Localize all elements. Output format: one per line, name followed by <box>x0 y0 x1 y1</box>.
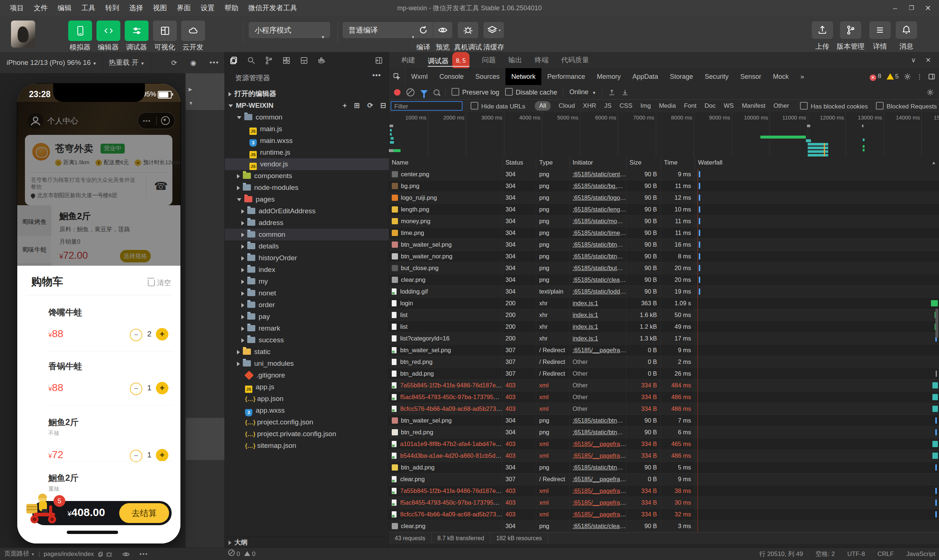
status-item[interactable]: 空格: 2 <box>816 548 835 560</box>
tree-item-main.js[interactable]: JSmain.js <box>225 123 405 135</box>
maximize-button[interactable]: ❐ <box>904 0 919 16</box>
network-request-row[interactable]: 7a55b845-1f2b-41fa-9486-76d187ee9ee1.png… <box>389 485 939 497</box>
network-request-row[interactable]: 7a55b845-1f2b-41fa-9486-76d187ee9ee1.png… <box>389 380 939 391</box>
network-request-row[interactable]: btn_red.png304png:65185/static/btn_red.p… <box>389 426 939 438</box>
collapse-folders-icon[interactable]: ⊟ <box>380 100 386 111</box>
status-item[interactable]: CRLF <box>877 548 894 560</box>
type-filter-manifest[interactable]: Manifest <box>742 102 765 109</box>
refresh-explorer-icon[interactable]: ⟳ <box>367 100 373 111</box>
type-filter-img[interactable]: Img <box>640 102 651 109</box>
tree-item-historyOrder[interactable]: historyOrder <box>225 252 405 264</box>
tree-item-node-modules[interactable]: node-modules <box>225 182 401 194</box>
消息-button[interactable] <box>896 21 917 39</box>
上传-button[interactable] <box>812 21 833 39</box>
详情-button[interactable] <box>869 21 891 39</box>
export-har-icon[interactable] <box>621 89 629 96</box>
search-network-icon[interactable] <box>433 89 439 95</box>
network-request-row[interactable]: length.png304png:65185/static/length.png… <box>389 204 939 215</box>
network-request-row[interactable]: login200xhrindex.js:1363 B1.09 s <box>389 298 939 309</box>
initiator-link[interactable]: :65185/__pageframe__/p... <box>572 499 626 506</box>
column-header-waterfall[interactable]: Waterfall▲ <box>695 157 939 169</box>
outline-section[interactable]: 大纲 <box>225 537 389 548</box>
docker-icon[interactable] <box>317 56 326 65</box>
settings-gear-icon[interactable] <box>904 73 911 80</box>
problems-indicator[interactable]: 0 0 <box>228 548 255 560</box>
throttling-select[interactable]: Online▼ <box>569 88 596 96</box>
initiator-link[interactable]: :65185/__pageframe__/p... <box>572 347 626 353</box>
tab-network[interactable]: Network <box>506 68 541 85</box>
tree-item-app.js[interactable]: JSapp.js <box>225 381 401 393</box>
版本管理-button[interactable] <box>840 21 861 39</box>
type-filter-css[interactable]: CSS <box>620 102 632 109</box>
network-request-row[interactable]: list200xhrindex.js:11.6 kB50 ms <box>389 309 939 321</box>
云开发-button[interactable] <box>181 20 205 41</box>
network-request-row[interactable]: list200xhrindex.js:11.2 kB49 ms <box>389 321 939 333</box>
可视化-button[interactable] <box>153 20 177 41</box>
record-network-icon[interactable] <box>394 89 401 95</box>
record-icon[interactable]: ◉ <box>190 58 197 67</box>
network-request-row[interactable]: a101a1e9-8f8b-47b2-afa4-1abd47ea0a87.png… <box>389 438 939 450</box>
tab-performance[interactable]: Performance <box>541 68 591 85</box>
tree-item-details[interactable]: details <box>225 240 405 252</box>
checkout-button[interactable]: 去结算 <box>119 503 169 523</box>
network-request-row[interactable]: 8cfcc576-4b66-4a09-ac68-ad5b273c2590.png… <box>389 403 939 415</box>
current-page-path[interactable]: pages/index/index <box>44 548 94 560</box>
network-request-row[interactable]: time.png304png:65185/static/time.png90 B… <box>389 227 939 239</box>
device-select[interactable]: iPhone 12/13 (Pro) 96% 16 ▼ <box>6 58 97 67</box>
network-request-row[interactable]: btn_waiter_sel.png307/ Redirect:65185/__… <box>389 345 939 356</box>
tab-storage[interactable]: Storage <box>664 68 699 85</box>
expand-panel-icon[interactable]: ▶ <box>188 86 192 92</box>
compile-mode-select[interactable]: 普通编译 ▼ <box>342 22 419 38</box>
close-devtools-icon[interactable]: ✕ <box>925 56 931 64</box>
more-options-icon[interactable]: ••• <box>210 58 219 67</box>
menu-item-界面[interactable]: 界面 <box>177 3 191 13</box>
initiator-link[interactable]: :65185/static/bg.png <box>572 183 626 189</box>
tree-item-project.config.json[interactable]: {…}project.config.json <box>225 416 401 428</box>
editor-status-items[interactable]: 行 20510, 列 49空格: 2UTF-8CRLFJavaScript <box>759 548 935 560</box>
tree-item-address[interactable]: address <box>225 217 405 229</box>
menu-item-视图[interactable]: 视图 <box>153 3 167 13</box>
type-filter-doc[interactable]: Doc <box>705 102 715 109</box>
git-branch-icon[interactable] <box>264 56 273 65</box>
collapse-sidebar-icon[interactable] <box>375 56 383 65</box>
tree-item-app.json[interactable]: {…}app.json <box>225 393 401 405</box>
hide-data-urls-checkbox[interactable]: Hide data URLs <box>470 102 525 110</box>
initiator-link[interactable]: :65185/__pageframe__/p... <box>572 476 626 482</box>
clear-network-icon[interactable] <box>406 88 415 96</box>
initiator-link[interactable]: index.js:1 <box>572 312 598 318</box>
search-icon[interactable] <box>247 56 256 65</box>
模拟器-button[interactable] <box>68 20 92 41</box>
collapse-devtools-icon[interactable]: ∨ <box>911 56 916 64</box>
panel-tab-构建[interactable]: 构建 <box>401 52 415 68</box>
network-request-row[interactable]: btn_red.png307/ RedirectOther0 B2 ms <box>389 356 939 368</box>
disable-cache-checkbox[interactable]: Disable cache <box>505 88 557 96</box>
tree-item-uni_modules[interactable]: uni_modules <box>225 358 401 369</box>
import-har-icon[interactable] <box>608 89 615 96</box>
files-icon[interactable] <box>229 56 238 65</box>
filter-input[interactable]: Filter <box>391 101 463 111</box>
increase-qty-button[interactable]: + <box>156 449 168 462</box>
network-request-row[interactable]: f5ac8455-4793-450c-97ba-173795c34626.png… <box>389 391 939 403</box>
tree-item-pages[interactable]: pages <box>225 194 401 205</box>
tree-item-success[interactable]: success <box>225 334 405 346</box>
initiator-link[interactable]: :65185/static/center.png <box>572 171 626 177</box>
清缓存-button[interactable]: ▾ <box>483 22 504 38</box>
network-request-row[interactable]: clear.png307/ Redirect:65185/__pageframe… <box>389 474 939 485</box>
tree-item-runtime.js[interactable]: JSruntime.js <box>225 146 405 158</box>
extensions-icon[interactable] <box>282 56 291 65</box>
tree-item-common[interactable]: common <box>225 111 401 123</box>
type-filter-other[interactable]: Other <box>774 102 789 109</box>
collapse-panel-icon[interactable]: ▼ <box>188 100 193 106</box>
type-filter-media[interactable]: Media <box>659 102 675 109</box>
menu-item-转到[interactable]: 转到 <box>105 3 119 13</box>
decrease-qty-button[interactable]: − <box>130 329 142 341</box>
network-settings-icon[interactable] <box>927 89 934 96</box>
tree-item-addOrEditAddress[interactable]: addOrEditAddress <box>225 205 405 217</box>
initiator-link[interactable]: :65185/static/btn_waiter... <box>572 241 626 248</box>
inspect-element-icon[interactable] <box>389 68 405 85</box>
status-item[interactable]: 行 20510, 列 49 <box>759 548 803 560</box>
menu-item-项目[interactable]: 项目 <box>10 3 24 13</box>
tree-item-app.wxss[interactable]: 3app.wxss <box>225 405 401 416</box>
kebab-menu-icon[interactable]: ⋮ <box>916 73 923 81</box>
new-folder-icon[interactable]: ⊞ <box>354 100 360 111</box>
